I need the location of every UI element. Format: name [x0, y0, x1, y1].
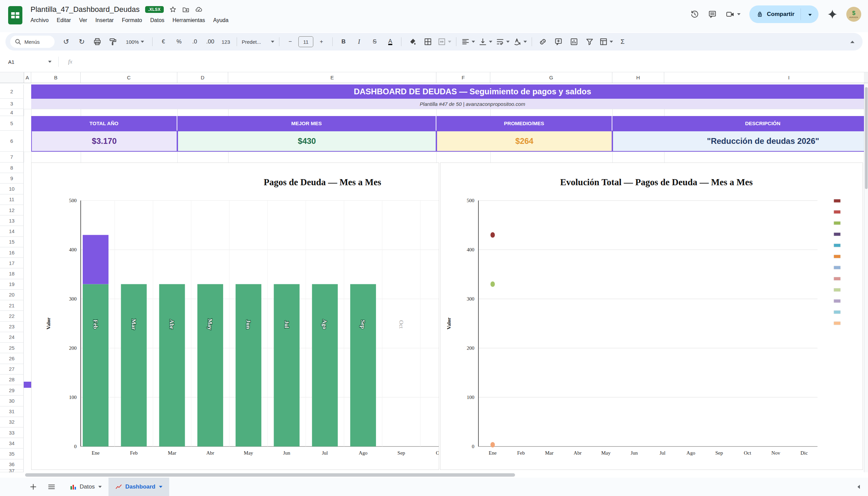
account-avatar[interactable]: $ AVANZA	[846, 7, 861, 22]
text-wrap-button[interactable]	[494, 36, 511, 48]
menu-herramientas[interactable]: Herramientas	[169, 16, 209, 25]
sheets-logo-icon[interactable]	[7, 5, 23, 25]
column-header-C[interactable]: C	[81, 72, 177, 83]
row-header-33[interactable]: 33	[0, 428, 24, 438]
row-header-15[interactable]: 15	[0, 237, 24, 247]
name-box[interactable]: A1	[0, 59, 56, 65]
paint-format-button[interactable]	[106, 36, 120, 48]
insert-chart-button[interactable]	[566, 36, 581, 48]
strikethrough-button[interactable]: S	[367, 36, 382, 48]
row-header-16[interactable]: 16	[0, 247, 24, 258]
column-header-F[interactable]: F	[436, 72, 490, 83]
row-header-3[interactable]: 3	[0, 99, 24, 109]
meet-button[interactable]	[726, 10, 740, 19]
row-header-12[interactable]: 12	[0, 205, 24, 215]
star-icon[interactable]	[169, 6, 177, 13]
row-header-29[interactable]: 29	[0, 385, 24, 396]
format-percent-button[interactable]: %	[172, 36, 187, 48]
vertical-scrollbar-thumb[interactable]	[865, 87, 868, 189]
horizontal-scrollbar[interactable]	[0, 472, 864, 478]
share-dropdown[interactable]	[804, 11, 816, 17]
row-header-37[interactable]: 37	[0, 470, 24, 472]
text-rotation-button[interactable]	[512, 36, 528, 48]
undo-button[interactable]: ↺	[59, 36, 74, 48]
row-header-28[interactable]: 28	[0, 374, 24, 385]
font-select[interactable]: Predet...	[240, 36, 276, 48]
increase-decimal-button[interactable]: .00	[203, 36, 218, 48]
column-header-A[interactable]: A	[24, 72, 31, 83]
row-header-30[interactable]: 30	[0, 396, 24, 406]
create-filter-button[interactable]	[582, 36, 597, 48]
card-header-0[interactable]: TOTAL AÑO	[31, 116, 177, 130]
sheet-tab-dashboard[interactable]: Dashboard	[109, 478, 169, 496]
card-header-1[interactable]: MEJOR MES	[177, 116, 436, 130]
menu-formato[interactable]: Formato	[118, 16, 145, 25]
document-title[interactable]: Plantilla_47_Dashboard_Deudas	[31, 5, 140, 14]
column-header-D[interactable]: D	[177, 72, 228, 83]
row-header-27[interactable]: 27	[0, 364, 24, 374]
row-header-6[interactable]: 6	[0, 130, 24, 152]
row-header-13[interactable]: 13	[0, 215, 24, 226]
card-header-2[interactable]: PROMEDIO/MES	[436, 116, 612, 130]
column-header-G[interactable]: G	[490, 72, 612, 83]
row-header-24[interactable]: 24	[0, 332, 24, 343]
menu-ver[interactable]: Ver	[76, 16, 91, 25]
row-header-32[interactable]: 32	[0, 417, 24, 428]
row-header-19[interactable]: 19	[0, 279, 24, 290]
row-header-5[interactable]: 5	[0, 116, 24, 130]
row-header-21[interactable]: 21	[0, 300, 24, 311]
bold-button[interactable]: B	[336, 36, 351, 48]
sheet-tab-datos[interactable]: Datos	[63, 478, 109, 496]
decrease-decimal-button[interactable]: .0	[187, 36, 202, 48]
merge-cells-button[interactable]	[436, 36, 453, 48]
card-value-2[interactable]: $264	[436, 130, 612, 152]
row-header-4[interactable]: 4	[0, 109, 24, 116]
menu-ayuda[interactable]: Ayuda	[210, 16, 232, 25]
subtitle-cell[interactable]: Plantilla #47 de 50 | avanzaconproposito…	[31, 99, 864, 109]
row-header-2[interactable]: 2	[0, 84, 24, 99]
row-header-35[interactable]: 35	[0, 449, 24, 459]
share-button[interactable]: Compartir	[749, 5, 819, 23]
font-size-input[interactable]: 11	[299, 36, 313, 47]
row-header-18[interactable]: 18	[0, 268, 24, 279]
row-header-25[interactable]: 25	[0, 343, 24, 353]
select-all-corner[interactable]	[0, 72, 24, 83]
horizontal-scrollbar-thumb[interactable]	[25, 473, 515, 477]
row-header-22[interactable]: 22	[0, 311, 24, 321]
card-value-1[interactable]: $430	[177, 130, 436, 152]
column-header-I[interactable]: I	[664, 72, 864, 83]
insert-link-button[interactable]	[535, 36, 550, 48]
bar-chart-panel[interactable]: Pagos de Deuda — Mes a MesValor010020030…	[31, 162, 439, 470]
row-header-11[interactable]: 11	[0, 195, 24, 205]
menu-datos[interactable]: Datos	[147, 16, 168, 25]
decrease-font-size-button[interactable]: −	[283, 36, 298, 48]
gemini-icon[interactable]	[827, 9, 837, 19]
zoom-select[interactable]: 100%	[121, 36, 149, 48]
row-header-20[interactable]: 20	[0, 290, 24, 300]
search-menus-button[interactable]: Menús	[10, 36, 54, 48]
text-color-button[interactable]: A	[383, 36, 398, 48]
tab-menu-caret[interactable]	[159, 486, 162, 488]
tab-menu-caret[interactable]	[98, 486, 102, 488]
card-value-0[interactable]: $3.170	[31, 130, 177, 152]
vertical-align-button[interactable]	[477, 36, 494, 48]
add-sheet-button[interactable]	[27, 480, 40, 494]
row-header-10[interactable]: 10	[0, 184, 24, 194]
row-header-14[interactable]: 14	[0, 226, 24, 236]
card-header-3[interactable]: DESCRIPCIÓN	[612, 116, 864, 130]
scroll-tabs-left-button[interactable]	[857, 485, 860, 489]
increase-font-size-button[interactable]: +	[314, 36, 329, 48]
insert-comment-button[interactable]	[551, 36, 566, 48]
row-header-17[interactable]: 17	[0, 258, 24, 268]
menu-editar[interactable]: Editar	[53, 16, 74, 25]
fill-color-button[interactable]	[405, 36, 420, 48]
column-headers[interactable]: ABCDEFGHI	[0, 72, 864, 83]
row-header-34[interactable]: 34	[0, 438, 24, 449]
menu-insertar[interactable]: Insertar	[92, 16, 117, 25]
format-currency-button[interactable]: €	[156, 36, 171, 48]
column-header-E[interactable]: E	[228, 72, 436, 83]
column-header-H[interactable]: H	[612, 72, 664, 83]
functions-button[interactable]: Σ	[615, 36, 630, 48]
version-history-icon[interactable]	[690, 10, 699, 19]
row-header-31[interactable]: 31	[0, 406, 24, 417]
